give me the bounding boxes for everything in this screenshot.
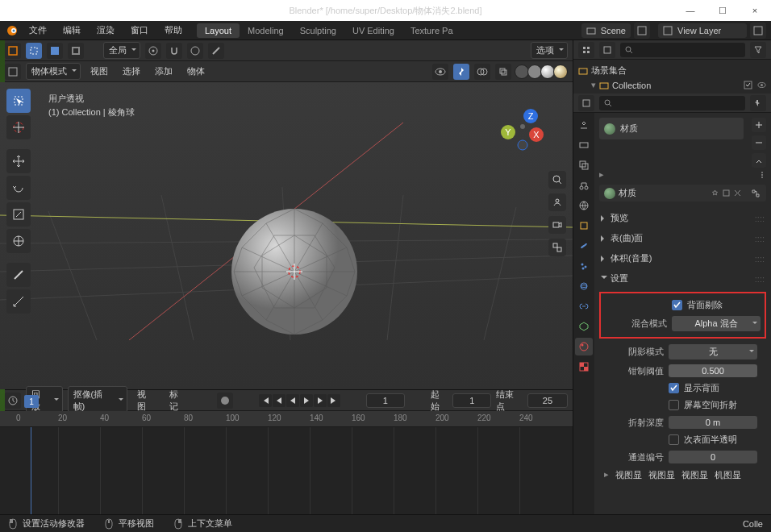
workspace-tab-texture[interactable]: Texture Pa <box>402 23 461 38</box>
outliner-panel[interactable]: 场景集合 ▾ Collection <box>573 60 771 94</box>
playhead-marker[interactable]: 1 <box>24 395 39 408</box>
node-wrangler-icon[interactable] <box>750 188 761 199</box>
viewlayer-selector[interactable]: View Layer <box>658 23 747 38</box>
timeline-editor-type[interactable] <box>5 393 21 409</box>
backface-cull-checkbox[interactable] <box>672 300 682 310</box>
window-maximize-button[interactable]: ☐ <box>706 0 739 21</box>
workspace-tab-layout[interactable]: Layout <box>197 23 240 38</box>
window-close-button[interactable]: × <box>739 0 771 21</box>
tab-object[interactable] <box>575 217 593 235</box>
scene-selector[interactable]: Scene <box>581 23 631 38</box>
jump-end-button[interactable] <box>327 394 340 407</box>
ssr-checkbox[interactable] <box>669 400 679 410</box>
tool-measure[interactable] <box>6 289 31 314</box>
tab-particles[interactable] <box>575 257 593 275</box>
start-frame-field[interactable]: 1 <box>452 393 491 408</box>
tab-scene[interactable] <box>575 177 593 194</box>
properties-pin[interactable] <box>750 95 766 111</box>
footer-link-3[interactable]: 视图显 <box>681 469 708 481</box>
view-menu[interactable]: 视图 <box>85 63 113 80</box>
menu-help[interactable]: 帮助 <box>158 22 189 39</box>
navigation-gizmo[interactable]: Z Y X <box>492 98 548 155</box>
pass-index-field[interactable]: 0 <box>669 451 757 463</box>
properties-search[interactable] <box>599 96 745 110</box>
tab-constraints[interactable] <box>575 297 593 315</box>
outliner-editor-type[interactable] <box>578 42 594 58</box>
tab-material[interactable] <box>575 338 593 355</box>
jump-start-button[interactable] <box>259 394 272 407</box>
remove-slot-button[interactable] <box>752 135 766 150</box>
workspace-tab-uvediting[interactable]: UV Editing <box>344 23 402 38</box>
add-menu[interactable]: 添加 <box>150 63 177 80</box>
select-box-tool[interactable] <box>26 43 42 59</box>
menu-window[interactable]: 窗口 <box>124 22 155 39</box>
gpencil-button[interactable] <box>208 43 224 59</box>
outliner-filter[interactable] <box>750 42 766 58</box>
current-frame-field[interactable]: 1 <box>366 393 405 408</box>
tool-annotate[interactable] <box>6 263 31 287</box>
viewport-options-dropdown[interactable]: 选项 <box>531 42 568 59</box>
outliner-collection[interactable]: ▾ Collection <box>578 78 766 92</box>
tab-texture[interactable] <box>575 358 593 376</box>
slot-specials-icon[interactable] <box>758 171 766 179</box>
scene-new-button[interactable] <box>634 23 650 39</box>
menu-render[interactable]: 渲染 <box>90 22 121 39</box>
fake-user-icon[interactable] <box>711 189 719 197</box>
tool-rotate[interactable] <box>6 176 31 200</box>
zoom-button[interactable] <box>548 171 566 189</box>
timeline-ruler[interactable]: 0 20 40 60 80 100 120 140 160 180 200 22… <box>0 411 573 427</box>
slot-menu-button[interactable] <box>752 153 766 168</box>
tab-modifiers[interactable] <box>575 237 593 255</box>
exclude-checkbox-icon[interactable] <box>744 81 752 89</box>
panel-preview[interactable]: 预览:::: <box>599 208 766 228</box>
panel-settings[interactable]: 设置:::: <box>599 268 766 289</box>
footer-link-1[interactable]: 视图显 <box>615 469 642 481</box>
sss-checkbox[interactable] <box>669 434 679 445</box>
play-reverse-button[interactable] <box>286 394 299 407</box>
editor-type-3dview[interactable] <box>5 64 21 80</box>
visibility-button[interactable] <box>432 64 448 80</box>
outliner-display-mode[interactable] <box>599 42 615 58</box>
play-button[interactable] <box>300 394 313 407</box>
object-menu[interactable]: 物体 <box>182 63 210 80</box>
footer-link-4[interactable]: 机图显 <box>715 469 741 481</box>
tab-output[interactable] <box>575 136 593 154</box>
mode-dropdown[interactable]: 物体模式 <box>26 63 81 80</box>
pivot-dropdown[interactable]: 全局 <box>103 42 140 59</box>
proportional-edit-button[interactable] <box>187 43 203 59</box>
editor-type-button[interactable] <box>5 43 21 59</box>
xray-toggle[interactable] <box>495 64 511 80</box>
unlink-icon[interactable] <box>733 189 742 197</box>
tool-cursor[interactable] <box>6 115 31 139</box>
menu-file[interactable]: 文件 <box>23 22 53 39</box>
footer-link-2[interactable]: 视图显 <box>648 469 675 481</box>
material-slot[interactable]: 材质 <box>599 118 744 139</box>
select-menu[interactable]: 选择 <box>118 63 145 80</box>
tool-select[interactable] <box>6 89 31 113</box>
expand-toggle[interactable]: ▸ <box>599 169 604 180</box>
tool-scale[interactable] <box>6 202 31 227</box>
prev-key-button[interactable] <box>273 394 285 407</box>
camera-view-button[interactable] <box>548 216 566 234</box>
invert-selection-tool[interactable] <box>68 43 84 59</box>
shading-rendered[interactable] <box>553 64 568 79</box>
menu-edit[interactable]: 编辑 <box>56 22 87 39</box>
panel-surface[interactable]: 表(曲)面:::: <box>599 228 766 248</box>
tab-viewlayer[interactable] <box>575 156 593 174</box>
shadow-mode-dropdown[interactable]: 无 <box>669 344 757 360</box>
tool-transform[interactable] <box>6 229 31 253</box>
tab-physics[interactable] <box>575 277 593 295</box>
new-material-icon[interactable] <box>722 189 731 197</box>
material-name-field[interactable]: 材质 <box>599 185 766 202</box>
select-all-tool[interactable] <box>47 43 63 59</box>
shading-modes[interactable] <box>516 64 568 79</box>
viewlayer-new-button[interactable] <box>750 23 766 39</box>
snap-button[interactable] <box>166 43 182 59</box>
workspace-tab-modeling[interactable]: Modeling <box>240 23 292 38</box>
transform-orientation-button[interactable] <box>145 43 161 59</box>
tool-move[interactable] <box>6 149 31 173</box>
next-key-button[interactable] <box>314 394 327 407</box>
panel-volume[interactable]: 体积(音量):::: <box>599 248 766 268</box>
clip-threshold-field[interactable]: 0.500 <box>669 364 757 377</box>
autokey-toggle[interactable] <box>217 393 233 409</box>
